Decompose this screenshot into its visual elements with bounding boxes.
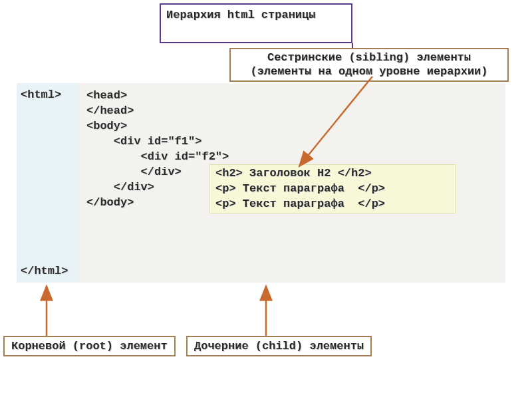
- code-area: <html> </html> <head> </head> <body> <di…: [17, 83, 505, 283]
- child-label-box: Дочерние (child) элементы: [186, 336, 372, 356]
- code-line: </head>: [86, 104, 501, 119]
- sibling-label-text: Сестринские (sibling) элементы (элементы…: [250, 51, 487, 78]
- root-label-box: Корневой (root) элемент: [3, 336, 176, 356]
- sibling-highlight-block: <h2> Заголовок H2 </h2> <p> Текст парагр…: [209, 164, 456, 213]
- title-text: Иерархия html страницы: [166, 9, 315, 21]
- title-box: Иерархия html страницы: [160, 3, 352, 43]
- html-close-tag: </html>: [21, 265, 76, 277]
- code-line: <div id="f2">: [86, 150, 501, 165]
- code-line: <body>: [86, 119, 501, 134]
- body-column: <head> </head> <body> <div id="f1"> <div…: [80, 83, 505, 283]
- highlight-line: <p> Текст параграфа </p>: [215, 182, 450, 197]
- root-label-text: Корневой (root) элемент: [11, 340, 168, 352]
- highlight-line: <p> Текст параграфа </p>: [215, 197, 450, 212]
- root-column: <html> </html>: [17, 83, 80, 283]
- sibling-label-box: Сестринские (sibling) элементы (элементы…: [229, 48, 509, 82]
- html-open-tag: <html>: [21, 88, 76, 101]
- child-label-text: Дочерние (child) элементы: [194, 340, 364, 352]
- code-line: <head>: [86, 88, 501, 104]
- code-line: <div id="f1">: [86, 134, 501, 150]
- highlight-line: <h2> Заголовок H2 </h2>: [215, 166, 450, 182]
